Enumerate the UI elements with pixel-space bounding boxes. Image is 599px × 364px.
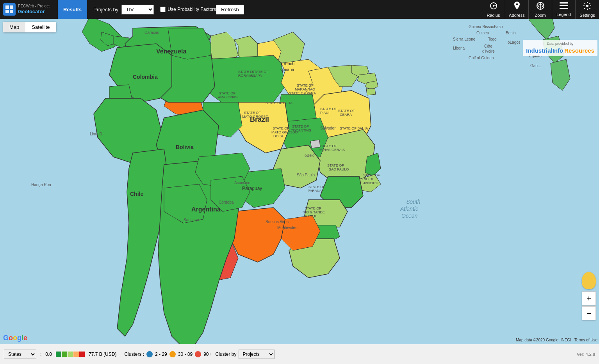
svg-text:Atlantic: Atlantic <box>400 206 418 212</box>
svg-text:STATE OF BAHIA: STATE OF BAHIA <box>340 126 368 130</box>
svg-text:STATE OF: STATE OF <box>297 83 314 87</box>
map-view-button[interactable]: Map <box>3 22 25 32</box>
svg-text:Paraguay: Paraguay <box>242 186 262 191</box>
svg-text:oBelo H.: oBelo H. <box>305 153 319 158</box>
svg-text:São Paulo: São Paulo <box>297 173 315 177</box>
svg-text:Caracas: Caracas <box>144 30 159 35</box>
svg-rect-86 <box>589 283 591 286</box>
terms-of-use-link[interactable]: Terms of Use <box>574 338 597 342</box>
svg-text:SAO PAULO: SAO PAULO <box>329 167 349 171</box>
svg-text:Chile: Chile <box>130 191 143 197</box>
svg-text:South: South <box>406 199 421 205</box>
range-min: 0.0 <box>45 352 52 357</box>
cluster-by-label: Cluster by <box>215 352 236 357</box>
watermark: Data provided by IndustrialInfo Resource… <box>523 40 597 56</box>
projects-by-section: Projects by TIV Count Value <box>87 5 160 14</box>
settings-label: Settings <box>579 13 595 18</box>
svg-text:STATE OF: STATE OF <box>252 70 269 74</box>
satellite-view-button[interactable]: Satellite <box>25 22 56 32</box>
svg-text:Liberia: Liberia <box>453 46 465 50</box>
map-container[interactable]: Venezuela Colombia Brazil Bolivia Chile … <box>0 19 599 344</box>
pegman-button[interactable] <box>582 272 596 289</box>
svg-text:Sierra Leone: Sierra Leone <box>453 37 476 41</box>
svg-text:Lima D.: Lima D. <box>90 132 103 136</box>
svg-text:PARANA: PARANA <box>308 189 322 193</box>
color-bar <box>56 352 85 357</box>
bottombar: States : 0.0 77.7 B (USD) Clusters : 2 -… <box>0 344 599 364</box>
color-bar-red <box>79 352 85 357</box>
svg-text:French: French <box>281 61 294 66</box>
svg-text:STATE OF: STATE OF <box>320 144 337 148</box>
topbar: PECWeb - Project Geolocator Results Proj… <box>0 0 599 19</box>
range-max: 77.7 B (USD) <box>89 352 116 357</box>
svg-text:Córdoba: Córdoba <box>219 200 234 204</box>
svg-text:STATE OF: STATE OF <box>308 185 325 189</box>
results-button[interactable]: Results <box>58 0 87 19</box>
svg-point-88 <box>170 352 175 357</box>
svg-text:Guiana: Guiana <box>280 67 294 72</box>
settings-icon <box>583 2 592 12</box>
settings-tool[interactable]: Settings <box>576 0 599 19</box>
right-tools: Radius Address Zoom <box>482 0 599 19</box>
probability-factor-section: Use Probability Factors <box>160 7 216 12</box>
svg-rect-1 <box>10 5 13 9</box>
svg-text:STATE OF: STATE OF <box>327 163 344 167</box>
clusters-label: Clusters : <box>124 352 144 357</box>
tiv-select[interactable]: TIV Count Value <box>121 5 154 14</box>
zoom-label: Zoom <box>535 13 546 18</box>
address-tool[interactable]: Address <box>505 0 529 19</box>
legend-tool[interactable]: Legend <box>552 0 576 19</box>
radius-label: Radius <box>487 13 500 18</box>
svg-text:MARANHAO: MARANHAO <box>295 87 315 91</box>
zoom-icon <box>536 2 545 12</box>
svg-text:Santiago: Santiago <box>184 218 199 222</box>
zoom-tool[interactable]: Zoom <box>529 0 552 19</box>
svg-text:Guinea-Bissau: Guinea-Bissau <box>469 25 494 29</box>
cluster-red-dot <box>195 351 201 357</box>
legend-label: Legend <box>556 12 571 17</box>
svg-text:Guinea: Guinea <box>476 31 489 35</box>
states-select[interactable]: States <box>4 350 36 359</box>
zoom-in-button[interactable]: + <box>582 291 596 305</box>
projects-select[interactable]: Projects <box>239 350 275 359</box>
svg-text:DO SUL: DO SUL <box>304 214 317 218</box>
svg-rect-3 <box>10 10 13 13</box>
data-by-label: Data provided by <box>526 41 594 46</box>
cluster-blue-range: 2 - 29 <box>155 352 167 357</box>
svg-text:Hanga Roa: Hanga Roa <box>31 183 51 187</box>
svg-text:RIO GRANDE: RIO GRANDE <box>303 210 325 214</box>
svg-rect-10 <box>560 5 568 6</box>
svg-text:STATE OF: STATE OF <box>244 111 261 115</box>
svg-text:CEARA: CEARA <box>340 113 352 117</box>
map-attribution: Map data ©2020 Google, INEGI Terms of Us… <box>516 338 597 342</box>
logo-icon <box>3 3 16 16</box>
address-label: Address <box>509 13 524 18</box>
svg-point-89 <box>195 352 201 357</box>
refresh-button[interactable]: Refresh <box>216 5 244 14</box>
svg-text:Venezuela: Venezuela <box>156 48 186 55</box>
svg-text:STATE OF PARA: STATE OF PARA <box>289 91 316 95</box>
svg-point-83 <box>587 275 590 278</box>
zoom-out-button[interactable]: − <box>582 306 596 320</box>
svg-text:AMAZONAS: AMAZONAS <box>218 95 238 99</box>
zoom-controls: + − <box>582 272 596 320</box>
svg-text:STATE OF: STATE OF <box>305 206 321 210</box>
svg-rect-2 <box>5 10 9 13</box>
svg-text:AMAPA: AMAPA <box>250 74 262 78</box>
svg-text:oLagos: oLagos <box>508 40 521 44</box>
svg-rect-84 <box>587 278 590 283</box>
clusters-info: Clusters : 2 - 29 30 - 89 90+ <box>124 351 211 357</box>
color-bar-yellow-green <box>68 352 73 357</box>
probability-factor-label: Use Probability Factors <box>168 7 216 12</box>
svg-text:Colombia: Colombia <box>133 74 158 80</box>
legend-icon <box>560 2 568 11</box>
svg-text:Togo: Togo <box>488 37 497 41</box>
svg-text:Côte: Côte <box>484 44 493 48</box>
svg-text:PIAUI: PIAUI <box>320 111 330 115</box>
logo-text: PECWeb - Project Geolocator <box>18 4 50 15</box>
svg-text:MATO GROSSO: MATO GROSSO <box>242 115 268 119</box>
svg-text:STATE OF: STATE OF <box>273 126 289 130</box>
svg-text:STATE OF: STATE OF <box>363 173 380 177</box>
probability-factor-checkbox[interactable] <box>160 7 166 12</box>
radius-tool[interactable]: Radius <box>482 0 505 19</box>
